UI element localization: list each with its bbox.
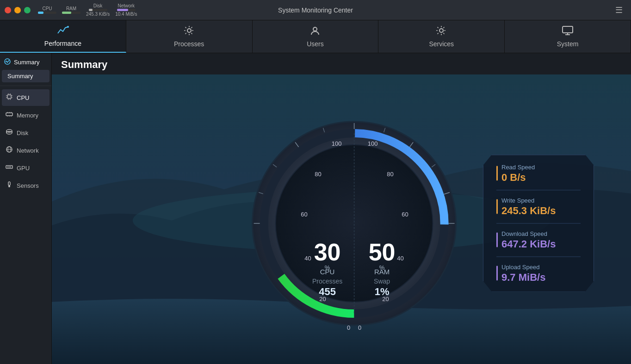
disk-stat: Disk 245.3 KiB/s xyxy=(86,3,110,17)
download-speed-row: Download Speed 647.2 KiB/s xyxy=(496,230,581,257)
ram-stat: RAM xyxy=(62,6,80,14)
sidebar-item-network[interactable]: Network xyxy=(2,142,49,159)
write-speed-value: 245.3 KiB/s xyxy=(501,204,556,216)
network-stat-bar xyxy=(117,9,136,11)
sidebar-item-summary[interactable]: Summary xyxy=(2,70,49,82)
nav-item-performance[interactable]: Performance xyxy=(0,20,126,53)
svg-rect-16 xyxy=(8,182,10,185)
network-stat: Network 10.4 MiB/s xyxy=(115,3,137,17)
disk-icon xyxy=(6,128,13,137)
system-label: System xyxy=(557,40,579,48)
svg-text:40: 40 xyxy=(397,255,403,262)
system-icon xyxy=(562,25,574,38)
sidebar-item-disk[interactable]: Disk xyxy=(2,124,49,141)
svg-text:80: 80 xyxy=(387,171,393,178)
sidebar-item-memory[interactable]: Memory xyxy=(2,107,49,123)
app-title: System Monitoring Center xyxy=(278,6,353,14)
memory-label: Memory xyxy=(17,112,38,119)
cpu-stat: CPU xyxy=(38,6,56,14)
maximize-button[interactable] xyxy=(24,7,31,13)
nav-item-processes[interactable]: Processes xyxy=(126,20,253,53)
sidebar-item-cpu[interactable]: CPU xyxy=(2,89,49,106)
menu-button[interactable]: ☰ xyxy=(612,3,626,17)
nav-item-system[interactable]: System xyxy=(505,20,631,53)
ram-stat-bar xyxy=(62,12,80,14)
content-area: Summary xyxy=(52,53,631,364)
network-stat-label: Network xyxy=(118,3,135,8)
users-icon xyxy=(310,25,320,38)
svg-point-9 xyxy=(6,130,12,132)
processes-icon xyxy=(184,25,195,38)
svg-text:100: 100 xyxy=(332,140,342,147)
upload-speed-row: Upload Speed 9.7 MiB/s xyxy=(496,263,581,283)
svg-text:455: 455 xyxy=(319,286,336,297)
disk-stat-value: 245.3 KiB/s xyxy=(86,12,110,17)
network-stat-value: 10.4 MiB/s xyxy=(115,12,137,17)
svg-point-1 xyxy=(187,29,191,32)
titlebar-stats: CPU RAM Disk 245.3 KiB/s Network 10.4 Mi… xyxy=(38,3,137,17)
disk-stat-label: Disk xyxy=(93,3,102,8)
cpu-stat-bar xyxy=(38,12,56,14)
sidebar-summary-label: Summary xyxy=(14,59,40,66)
cpu-icon xyxy=(6,93,13,102)
svg-rect-13 xyxy=(7,167,8,167)
gpu-icon xyxy=(6,163,13,173)
sidebar-summary-header[interactable]: Summary xyxy=(0,53,51,69)
sidebar-item-sensors[interactable]: Sensors xyxy=(2,177,49,194)
svg-text:50: 50 xyxy=(369,239,396,265)
services-icon xyxy=(436,25,447,38)
services-label: Services xyxy=(429,40,454,48)
disk-stat-bar xyxy=(89,9,107,11)
svg-point-21 xyxy=(276,145,433,302)
upload-speed-label: Upload Speed xyxy=(501,263,545,270)
sensors-icon xyxy=(6,181,13,190)
network-label: Network xyxy=(17,147,39,154)
svg-rect-15 xyxy=(10,167,11,167)
upload-speed-indicator xyxy=(496,266,498,281)
download-speed-label: Download Speed xyxy=(501,230,556,237)
upload-speed-value: 9.7 MiB/s xyxy=(501,271,545,283)
page-title: Summary xyxy=(52,53,631,74)
write-speed-indicator xyxy=(496,199,498,214)
svg-text:0: 0 xyxy=(347,324,350,331)
sidebar-item-gpu[interactable]: GPU xyxy=(2,160,49,176)
svg-text:Swap: Swap xyxy=(374,278,390,285)
download-speed-indicator xyxy=(496,233,498,247)
sensors-label: Sensors xyxy=(17,182,39,189)
titlebar: CPU RAM Disk 245.3 KiB/s Network 10.4 Mi… xyxy=(0,0,631,20)
users-label: Users xyxy=(307,40,324,48)
top-navigation: Performance Processes Users Services xyxy=(0,20,631,53)
summary-header-icon xyxy=(4,58,11,67)
svg-text:60: 60 xyxy=(402,211,408,218)
svg-point-3 xyxy=(439,29,443,32)
svg-text:Processes: Processes xyxy=(312,278,342,285)
nav-item-users[interactable]: Users xyxy=(253,20,379,53)
svg-text:0: 0 xyxy=(358,324,361,331)
svg-point-5 xyxy=(5,59,10,64)
read-speed-indicator xyxy=(496,166,498,181)
svg-text:1%: 1% xyxy=(375,286,390,297)
read-speed-label: Read Speed xyxy=(501,163,535,170)
gpu-label: GPU xyxy=(17,165,30,172)
gauge-widget: 100 80 60 40 20 0 xyxy=(248,108,452,339)
write-speed-row: Write Speed 245.3 KiB/s xyxy=(496,197,581,223)
svg-point-0 xyxy=(67,26,69,28)
svg-rect-7 xyxy=(6,113,12,116)
info-panel: Read Speed 0 B/s Write Speed 245.3 KiB/s xyxy=(483,154,594,292)
window-controls xyxy=(5,7,31,13)
read-speed-value: 0 B/s xyxy=(501,171,535,183)
svg-point-2 xyxy=(313,27,317,31)
sidebar: Summary Summary CPU Memory xyxy=(0,53,52,364)
svg-rect-14 xyxy=(9,167,10,167)
read-speed-row: Read Speed 0 B/s xyxy=(496,163,581,190)
memory-icon xyxy=(6,111,13,120)
performance-icon xyxy=(57,25,69,38)
performance-label: Performance xyxy=(44,40,81,47)
processes-label: Processes xyxy=(174,40,204,48)
close-button[interactable] xyxy=(5,7,11,13)
svg-text:60: 60 xyxy=(301,211,307,218)
minimize-button[interactable] xyxy=(14,7,21,13)
svg-text:100: 100 xyxy=(368,140,378,147)
nav-item-services[interactable]: Services xyxy=(378,20,505,53)
dashboard: 100 80 60 40 20 0 xyxy=(52,74,631,364)
